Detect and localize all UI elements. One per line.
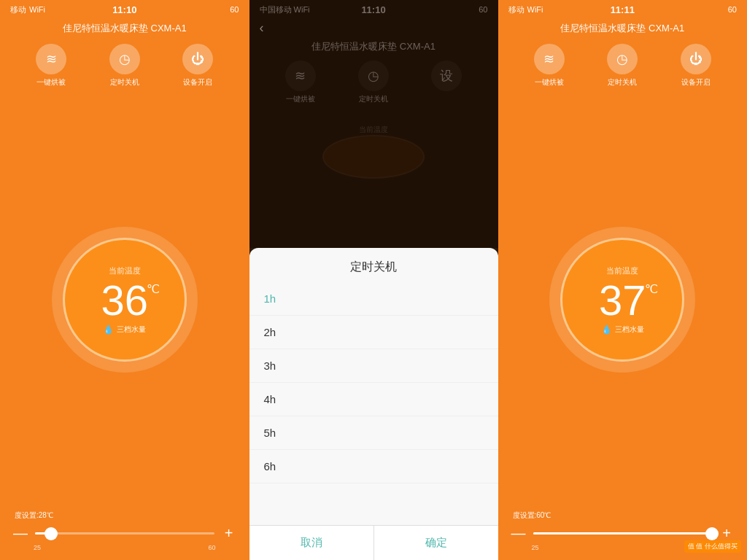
- left-app-title: 佳尼特恒温水暖床垫 CXM-A1: [0, 18, 249, 41]
- left-temp-area: 当前温度 36℃ 💧 三档水量: [0, 93, 249, 506]
- left-timer-control[interactable]: ◷ 定时关机: [109, 44, 140, 88]
- left-dry-control[interactable]: ≋ 一键烘被: [36, 44, 66, 88]
- left-wifi-icon: WiFi: [29, 5, 45, 14]
- left-water-label: 三档水量: [117, 324, 146, 335]
- right-status-left: 移动 WiFi: [508, 4, 543, 15]
- middle-status-right: 60: [479, 5, 487, 14]
- right-panel: 移动 WiFi 11:11 60 佳尼特恒温水暖床垫 CXM-A1 ≋ 一键烘被…: [498, 0, 748, 560]
- right-timer-icon: ◷: [607, 44, 638, 74]
- middle-timer-label: 定时关机: [359, 94, 388, 104]
- modal-confirm-btn[interactable]: 确定: [374, 526, 498, 560]
- right-water-drop-icon: 💧: [601, 324, 612, 335]
- right-carrier: 移动: [508, 4, 525, 15]
- left-control-row: ≋ 一键烘被 ◷ 定时关机 ⏻ 设备开启: [0, 41, 249, 93]
- left-temp-value: 36℃: [101, 279, 148, 322]
- right-app-title: 佳尼特恒温水暖床垫 CXM-A1: [498, 18, 748, 41]
- left-plus-btn[interactable]: +: [220, 525, 238, 542]
- right-water-level: 💧 三档水量: [601, 324, 644, 335]
- left-timer-label: 定时关机: [110, 77, 139, 88]
- right-temp-outer: 当前温度 37℃ 💧 三档水量: [549, 227, 695, 373]
- right-slider-thumb[interactable]: [705, 527, 719, 540]
- right-battery: 60: [728, 5, 737, 14]
- right-water-label: 三档水量: [615, 324, 644, 335]
- left-timer-icon: ◷: [109, 44, 140, 74]
- right-temp-label: 当前温度: [606, 265, 638, 276]
- left-slider-max: 60: [208, 544, 215, 551]
- right-plus-btn[interactable]: +: [718, 525, 735, 542]
- right-time: 11:11: [611, 4, 635, 15]
- left-carrier: 移动: [10, 4, 26, 15]
- middle-dimmed-temp-inner: 当前温度: [322, 125, 425, 179]
- right-dry-control[interactable]: ≋ 一键烘被: [534, 44, 565, 88]
- left-dry-icon: ≋: [36, 44, 66, 74]
- modal-option-3h[interactable]: 3h: [249, 349, 498, 383]
- modal-option-6h[interactable]: 6h: [249, 450, 498, 483]
- right-temp-area: 当前温度 37℃ 💧 三档水量: [498, 93, 748, 506]
- modal-option-2h[interactable]: 2h: [249, 316, 498, 349]
- modal-title: 定时关机: [249, 248, 498, 282]
- left-status-right: 60: [230, 5, 239, 14]
- left-bottom-section: 度设置:28℃ — + 25 60: [0, 506, 249, 560]
- right-timer-control[interactable]: ◷ 定时关机: [607, 44, 638, 88]
- modal-option-list[interactable]: 1h 2h 3h 4h 5h 6h: [249, 282, 498, 525]
- middle-dry-label: 一键烘被: [286, 94, 315, 104]
- middle-dry-control: ≋ 一键烘被: [285, 61, 316, 104]
- middle-panel: 中国移动 WiFi 11:10 60 ‹ 佳尼特恒温水暖床垫 CXM-A1 ≋ …: [249, 0, 498, 560]
- middle-carrier: 中国移动: [260, 5, 292, 14]
- right-slider-track[interactable]: [533, 532, 713, 534]
- left-status-left: 移动 WiFi: [10, 4, 45, 15]
- right-power-icon: ⏻: [681, 44, 711, 74]
- left-power-control[interactable]: ⏻ 设备开启: [182, 44, 213, 88]
- watermark-icon: 值: [688, 542, 694, 550]
- left-temp-setting: 度设置:28℃: [12, 510, 238, 521]
- left-time: 11:10: [112, 4, 136, 15]
- right-status-bar: 移动 WiFi 11:11 60: [498, 0, 748, 18]
- dark-overlay-top: 中国移动 WiFi 11:10 60 ‹ 佳尼特恒温水暖床垫 CXM-A1 ≋ …: [249, 0, 498, 248]
- middle-temp-circle-dim: [322, 135, 425, 179]
- right-dry-icon: ≋: [534, 44, 565, 74]
- middle-status-bar: 中国移动 WiFi 11:10 60: [249, 0, 498, 18]
- modal-footer: 取消 确定: [249, 525, 498, 560]
- middle-timer-control: ◷ 定时关机: [358, 61, 389, 104]
- modal-option-5h[interactable]: 5h: [249, 416, 498, 450]
- right-temp-unit: ℃: [645, 284, 658, 295]
- modal-cancel-btn[interactable]: 取消: [249, 526, 374, 560]
- middle-dimmed-controls: ≋ 一键烘被 ◷ 定时关机 设: [249, 58, 498, 110]
- right-minus-btn[interactable]: —: [510, 525, 527, 542]
- right-power-control[interactable]: ⏻ 设备开启: [681, 44, 711, 88]
- left-power-label: 设备开启: [183, 77, 212, 88]
- watermark-text: 值 什么值得买: [696, 542, 738, 550]
- watermark: 值 值 什么值得买: [684, 540, 741, 553]
- right-status-right: 60: [728, 5, 737, 14]
- modal-option-4h[interactable]: 4h: [249, 383, 498, 416]
- middle-dimmed-temp: 当前温度: [249, 110, 498, 186]
- middle-device-control: 设: [431, 61, 462, 104]
- left-minus-btn[interactable]: —: [12, 525, 29, 542]
- middle-timer-icon: ◷: [358, 61, 389, 91]
- right-dry-label: 一键烘被: [535, 77, 564, 88]
- left-slider-track[interactable]: [35, 532, 214, 534]
- left-temp-unit: ℃: [147, 284, 160, 295]
- modal-sheet: 定时关机 1h 2h 3h 4h 5h 6h 取消 确定: [249, 248, 498, 560]
- middle-dimmed-title: 佳尼特恒温水暖床垫 CXM-A1: [249, 39, 498, 58]
- left-slider-labels: 25 60: [12, 544, 238, 551]
- right-temp-value: 37℃: [599, 279, 646, 322]
- left-temp-outer: 当前温度 36℃ 💧 三档水量: [52, 227, 198, 373]
- middle-device-icon: 设: [431, 61, 462, 91]
- left-power-icon: ⏻: [182, 44, 213, 74]
- right-temp-setting: 度设置:60℃: [510, 510, 736, 521]
- right-slider-fill: [533, 532, 713, 534]
- middle-dry-icon: ≋: [285, 61, 316, 91]
- back-arrow-icon[interactable]: ‹: [249, 18, 498, 39]
- left-temp-inner: 当前温度 36℃ 💧 三档水量: [63, 238, 187, 362]
- left-slider-thumb[interactable]: [44, 527, 58, 540]
- modal-option-1h[interactable]: 1h: [249, 282, 498, 316]
- left-battery: 60: [230, 5, 239, 14]
- right-power-label: 设备开启: [681, 77, 711, 88]
- right-temp-inner: 当前温度 37℃ 💧 三档水量: [560, 238, 684, 362]
- left-temp-label: 当前温度: [109, 265, 141, 276]
- right-slider-row: — +: [510, 525, 736, 542]
- left-dry-label: 一键烘被: [36, 77, 66, 88]
- middle-status-left: 中国移动 WiFi: [260, 4, 310, 15]
- left-status-bar: 移动 WiFi 11:10 60: [0, 0, 249, 18]
